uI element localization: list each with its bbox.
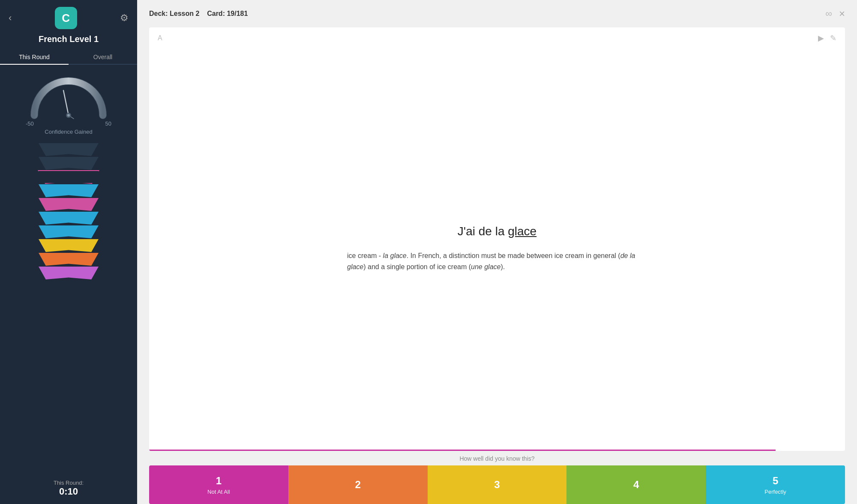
rating-button-5[interactable]: 5 Perfectly [706, 465, 845, 504]
list-item [34, 183, 103, 198]
chevron-purple [39, 267, 99, 279]
tabs-row: This Round Overall [0, 50, 137, 65]
chevron-blue-3 [39, 225, 99, 238]
card-answer: ice cream - la glace. In French, a disti… [347, 250, 647, 272]
settings-button[interactable]: ⚙ [120, 12, 129, 24]
timer-value: 0:10 [54, 486, 84, 497]
header-icons: ∞ × [825, 8, 845, 20]
list-item [34, 238, 103, 253]
rating-button-3[interactable]: 3 [428, 465, 567, 504]
list-item [34, 210, 103, 226]
main-content: Deck: Lesson 2 Card: 19/181 ∞ × A ▶ ✎ J'… [137, 0, 857, 504]
chevron-orange [39, 253, 99, 266]
chevron-dark-2 [39, 157, 99, 170]
deck-info: Deck: Lesson 2 Card: 19/181 [149, 10, 248, 18]
list-item [34, 265, 103, 281]
rating-button-4[interactable]: 4 [566, 465, 706, 504]
card-area: A ▶ ✎ J'ai de la glace ice cream - la gl… [149, 27, 845, 451]
svg-point-3 [67, 114, 70, 117]
list-item [34, 224, 103, 240]
timer-label: This Round: [54, 480, 84, 486]
rating-5-label: Perfectly [764, 489, 786, 495]
card-prefix: Card: [207, 10, 225, 17]
rating-1-num: 1 [216, 475, 222, 487]
gauge-container [26, 72, 111, 120]
list-item [34, 156, 103, 171]
gauge-labels: -50 50 [26, 120, 111, 127]
chevron-yellow [39, 239, 99, 252]
chevron-blue-2 [39, 212, 99, 225]
card-divider [149, 450, 845, 451]
rating-3-num: 3 [494, 479, 500, 491]
chevron-dark-1 [39, 143, 99, 156]
gauge-max-label: 50 [105, 120, 111, 127]
deck-name: Lesson 2 [170, 10, 199, 17]
list-item [34, 252, 103, 267]
rating-1-label: Not At All [207, 489, 230, 495]
card-actions: ▶ ✎ [818, 33, 836, 43]
gauge-section: -50 50 Confidence Gained [0, 72, 137, 135]
confidence-label: Confidence Gained [45, 129, 92, 135]
card-top-bar: A ▶ ✎ [149, 27, 845, 47]
tab-this-round[interactable]: This Round [0, 50, 69, 65]
rating-button-2[interactable]: 2 [288, 465, 428, 504]
chevrons-section [0, 142, 137, 279]
gauge-min-label: -50 [26, 120, 34, 127]
list-item [34, 197, 103, 212]
svg-line-0 [63, 90, 69, 115]
rating-4-num: 4 [633, 479, 639, 491]
rating-5-num: 5 [773, 475, 778, 487]
list-item [34, 169, 103, 185]
app-logo: C [55, 7, 77, 29]
deck-prefix: Deck: [149, 10, 168, 17]
card-body: J'ai de la glace ice cream - la glace. I… [149, 47, 845, 450]
back-button[interactable]: ‹ [9, 12, 12, 24]
close-button[interactable]: × [839, 8, 845, 20]
rating-section: How well did you know this? 1 Not At All… [137, 451, 857, 504]
tab-overall[interactable]: Overall [69, 50, 137, 65]
main-header: Deck: Lesson 2 Card: 19/181 ∞ × [137, 0, 857, 27]
card-value: 19/181 [227, 10, 248, 17]
list-item [34, 142, 103, 157]
timer-section: This Round: 0:10 [54, 480, 84, 497]
chevron-pink-outline [38, 170, 99, 184]
chevron-blue-1 [39, 184, 99, 197]
chevron-pink-1 [39, 198, 99, 211]
card-question: J'ai de la glace [458, 225, 536, 238]
sidebar-title: French Level 1 [39, 34, 99, 44]
infinity-icon: ∞ [825, 8, 832, 19]
card-side-label: A [158, 34, 162, 42]
edit-button[interactable]: ✎ [830, 33, 836, 43]
play-button[interactable]: ▶ [818, 33, 824, 43]
rating-question: How well did you know this? [149, 455, 845, 462]
sidebar: ‹ C ⚙ French Level 1 This Round Overall [0, 0, 137, 504]
rating-button-1[interactable]: 1 Not At All [149, 465, 288, 504]
rating-buttons: 1 Not At All 2 3 4 5 Perfectly [149, 465, 845, 504]
rating-2-num: 2 [355, 479, 361, 491]
